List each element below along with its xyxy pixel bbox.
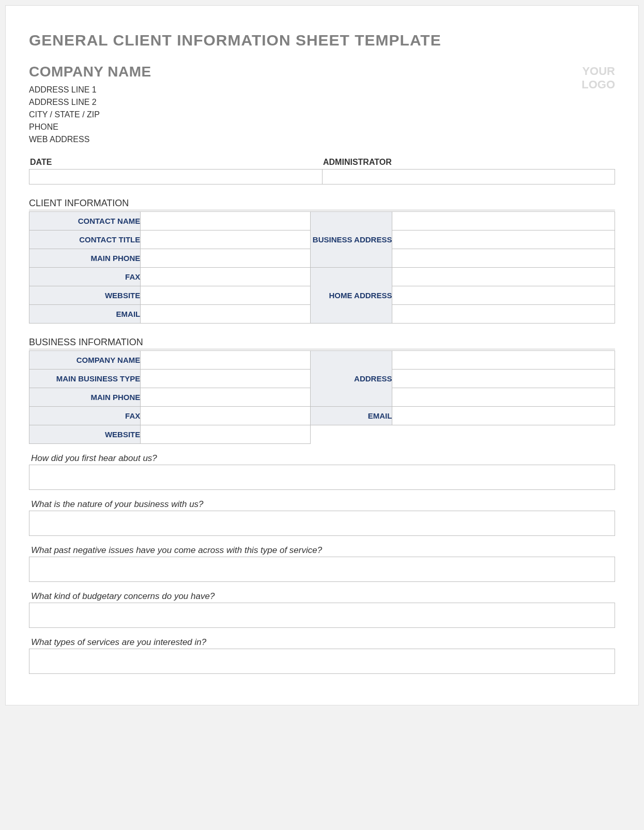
biz-type-field[interactable] xyxy=(141,370,311,388)
question-5: What types of services are you intereste… xyxy=(29,637,615,649)
biz-email-label: EMAIL xyxy=(310,407,392,425)
date-label: DATE xyxy=(29,158,322,167)
email-label: EMAIL xyxy=(29,305,141,324)
business-address-field-1[interactable] xyxy=(392,212,615,230)
main-phone-label: MAIN PHONE xyxy=(29,249,141,268)
business-info-heading: BUSINESS INFORMATION xyxy=(29,337,615,349)
website-label: WEBSITE xyxy=(29,286,141,305)
fax-field[interactable] xyxy=(141,268,311,286)
answer-2[interactable] xyxy=(29,511,615,536)
biz-email-field[interactable] xyxy=(392,407,615,425)
company-web: WEB ADDRESS xyxy=(29,135,151,144)
business-address-field-3[interactable] xyxy=(392,249,615,268)
answer-4[interactable] xyxy=(29,603,615,628)
business-address-field-2[interactable] xyxy=(392,230,615,249)
business-info-table: COMPANY NAME ADDRESS MAIN BUSINESS TYPE … xyxy=(29,350,615,444)
question-block-5: What types of services are you intereste… xyxy=(29,637,615,674)
biz-company-name-field[interactable] xyxy=(141,351,311,370)
logo-line-2: LOGO xyxy=(581,78,615,91)
home-address-field-3[interactable] xyxy=(392,305,615,324)
company-phone: PHONE xyxy=(29,122,151,132)
biz-main-phone-field[interactable] xyxy=(141,388,311,407)
business-address-label: BUSINESS ADDRESS xyxy=(310,212,392,268)
administrator-label: ADMINISTRATOR xyxy=(322,158,615,167)
question-4: What kind of budgetary concerns do you h… xyxy=(29,591,615,603)
biz-main-phone-label: MAIN PHONE xyxy=(29,388,141,407)
question-block-4: What kind of budgetary concerns do you h… xyxy=(29,591,615,628)
home-address-label: HOME ADDRESS xyxy=(310,268,392,324)
answer-5[interactable] xyxy=(29,649,615,674)
header-row: COMPANY NAME ADDRESS LINE 1 ADDRESS LINE… xyxy=(29,64,615,147)
biz-address-field-1[interactable] xyxy=(392,351,615,370)
home-address-field-2[interactable] xyxy=(392,286,615,305)
company-block: COMPANY NAME ADDRESS LINE 1 ADDRESS LINE… xyxy=(29,64,151,147)
logo-placeholder: YOUR LOGO xyxy=(581,65,615,92)
email-field[interactable] xyxy=(141,305,311,324)
company-city-state-zip: CITY / STATE / ZIP xyxy=(29,110,151,119)
date-column: DATE xyxy=(29,158,322,185)
biz-company-name-label: COMPANY NAME xyxy=(29,351,141,370)
client-info-heading: CLIENT INFORMATION xyxy=(29,198,615,210)
form-page: GENERAL CLIENT INFORMATION SHEET TEMPLAT… xyxy=(5,5,639,705)
contact-title-label: CONTACT TITLE xyxy=(29,230,141,249)
client-info-table: CONTACT NAME BUSINESS ADDRESS CONTACT TI… xyxy=(29,211,615,324)
admin-column: ADMINISTRATOR xyxy=(322,158,615,185)
contact-name-label: CONTACT NAME xyxy=(29,212,141,230)
date-field[interactable] xyxy=(29,169,322,185)
answer-3[interactable] xyxy=(29,557,615,582)
biz-address-field-3[interactable] xyxy=(392,388,615,407)
answer-1[interactable] xyxy=(29,465,615,490)
logo-line-1: YOUR xyxy=(581,65,615,78)
biz-address-field-2[interactable] xyxy=(392,370,615,388)
website-field[interactable] xyxy=(141,286,311,305)
biz-address-label: ADDRESS xyxy=(310,351,392,407)
question-block-3: What past negative issues have you come … xyxy=(29,545,615,582)
question-block-2: What is the nature of your business with… xyxy=(29,499,615,536)
contact-name-field[interactable] xyxy=(141,212,311,230)
fax-label: FAX xyxy=(29,268,141,286)
date-admin-row: DATE ADMINISTRATOR xyxy=(29,158,615,185)
main-phone-field[interactable] xyxy=(141,249,311,268)
biz-website-label: WEBSITE xyxy=(29,425,141,444)
administrator-field[interactable] xyxy=(322,169,615,185)
home-address-field-1[interactable] xyxy=(392,268,615,286)
document-title: GENERAL CLIENT INFORMATION SHEET TEMPLAT… xyxy=(29,32,615,49)
biz-website-field[interactable] xyxy=(141,425,311,444)
company-name: COMPANY NAME xyxy=(29,64,151,80)
question-1: How did you first hear about us? xyxy=(29,453,615,465)
company-address-line-1: ADDRESS LINE 1 xyxy=(29,85,151,95)
contact-title-field[interactable] xyxy=(141,230,311,249)
biz-fax-label: FAX xyxy=(29,407,141,425)
biz-fax-field[interactable] xyxy=(141,407,311,425)
company-address-line-2: ADDRESS LINE 2 xyxy=(29,98,151,107)
question-block-1: How did you first hear about us? xyxy=(29,453,615,490)
biz-type-label: MAIN BUSINESS TYPE xyxy=(29,370,141,388)
question-2: What is the nature of your business with… xyxy=(29,499,615,511)
question-3: What past negative issues have you come … xyxy=(29,545,615,557)
